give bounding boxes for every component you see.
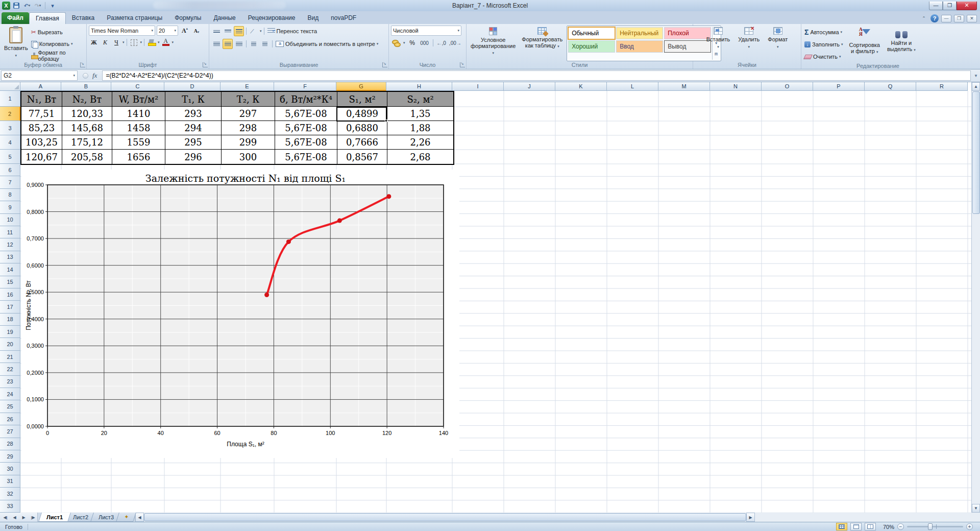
table-cell[interactable]: 297 xyxy=(222,107,275,121)
row-header-33[interactable]: 33 xyxy=(0,500,20,513)
align-left-button[interactable] xyxy=(211,39,222,49)
column-header-H[interactable]: H xyxy=(386,82,452,91)
insert-function-button[interactable]: fx xyxy=(92,71,97,80)
align-middle-button[interactable] xyxy=(223,26,233,36)
row-header-10[interactable]: 10 xyxy=(0,214,20,226)
table-cell[interactable]: 2,26 xyxy=(387,135,453,150)
tab-Вставка[interactable]: Вставка xyxy=(66,12,101,24)
row-header-5[interactable]: 5 xyxy=(0,150,20,164)
row-header-23[interactable]: 23 xyxy=(0,376,20,388)
name-box[interactable]: G2▾ xyxy=(1,70,78,81)
find-select-button[interactable]: Найти ивыделить ▾ xyxy=(885,26,918,62)
italic-button[interactable]: К xyxy=(100,37,110,47)
shrink-font-button[interactable]: A▾ xyxy=(191,26,202,36)
column-header-G[interactable]: G xyxy=(336,82,386,91)
table-cell[interactable]: 1,35 xyxy=(387,107,453,121)
dialog-launcher-icon[interactable] xyxy=(203,62,208,67)
align-center-button[interactable] xyxy=(223,39,233,49)
cell-style-Нейтральный[interactable]: Нейтральный xyxy=(616,27,663,39)
workbook-close-button[interactable]: ✕ xyxy=(967,15,977,22)
tab-Разметка страницы[interactable]: Разметка страницы xyxy=(101,12,168,24)
scroll-up-icon[interactable]: ▲ xyxy=(972,82,980,91)
table-cell[interactable]: 120,33 xyxy=(62,107,112,121)
table-cell[interactable]: 2,68 xyxy=(387,150,453,164)
paste-button[interactable]: Вставить▾ xyxy=(2,26,30,61)
row-header-11[interactable]: 11 xyxy=(0,226,20,238)
table-cell[interactable]: 298 xyxy=(222,121,275,135)
redo-button[interactable]: ↷▾ xyxy=(33,2,42,10)
decrease-decimal-button[interactable]: ,00→ xyxy=(449,38,462,48)
page-layout-view-button[interactable] xyxy=(850,523,862,530)
column-header-C[interactable]: C xyxy=(111,82,164,91)
row-header-8[interactable]: 8 xyxy=(0,189,20,201)
table-cell[interactable]: 296 xyxy=(165,150,222,164)
increase-decimal-button[interactable]: ←,0 xyxy=(436,38,447,48)
cell-style-Хороший[interactable]: Хороший xyxy=(568,40,615,53)
workbook-restore-button[interactable]: ❐ xyxy=(954,15,964,22)
normal-view-button[interactable] xyxy=(836,523,847,530)
column-header-O[interactable]: O xyxy=(762,82,813,91)
row-header-15[interactable]: 15 xyxy=(0,276,20,288)
data-point-marker[interactable] xyxy=(264,293,269,297)
font-color-button[interactable]: А xyxy=(161,37,171,47)
font-size-select[interactable]: 20▾ xyxy=(157,26,178,36)
scroll-down-icon[interactable]: ▼ xyxy=(972,504,980,513)
row-header-20[interactable]: 20 xyxy=(0,338,20,350)
table-cell[interactable]: 294 xyxy=(165,121,222,135)
table-cell[interactable]: 205,58 xyxy=(62,150,112,164)
grow-font-button[interactable]: A▴ xyxy=(180,26,190,36)
save-button[interactable] xyxy=(12,2,21,10)
format-cells-button[interactable]: Формат▾ xyxy=(766,26,790,61)
data-point-marker[interactable] xyxy=(337,219,342,223)
align-top-button[interactable] xyxy=(211,26,222,36)
row-header-24[interactable]: 24 xyxy=(0,388,20,400)
row-header-21[interactable]: 21 xyxy=(0,351,20,363)
workbook-minimize-button[interactable]: — xyxy=(941,15,951,22)
fill-handle[interactable] xyxy=(385,119,387,122)
cut-button[interactable]: ✂Вырезать xyxy=(30,27,84,38)
first-sheet-icon[interactable]: ◀| xyxy=(1,515,10,520)
cell-style-Ввод[interactable]: Ввод xyxy=(616,40,663,53)
collapse-ribbon-icon[interactable]: ⌃ xyxy=(920,15,928,22)
zoom-slider-thumb[interactable] xyxy=(928,523,933,530)
scroll-right-icon[interactable]: ▶ xyxy=(746,513,755,522)
formula-input[interactable]: =(B2*D2^4-A2*E2^4)/(C2*(E2^4-D2^4)) xyxy=(102,70,971,81)
tab-Данные[interactable]: Данные xyxy=(207,12,241,24)
insert-worksheet-tab[interactable]: ✦ xyxy=(116,513,136,522)
minimize-button[interactable]: — xyxy=(929,2,943,10)
row-header-18[interactable]: 18 xyxy=(0,313,20,326)
dialog-launcher-icon[interactable] xyxy=(80,62,85,67)
table-cell[interactable]: 5,67E-08 xyxy=(275,121,337,135)
vertical-scrollbar[interactable]: ▲ ▼ xyxy=(971,82,980,513)
format-painter-button[interactable]: Формат по образцу xyxy=(30,50,84,61)
row-header-14[interactable]: 14 xyxy=(0,263,20,276)
data-point-marker[interactable] xyxy=(286,239,291,244)
row-header-9[interactable]: 9 xyxy=(0,201,20,213)
column-header-N[interactable]: N xyxy=(710,82,762,91)
table-cell[interactable]: 120,67 xyxy=(21,150,62,164)
row-header-19[interactable]: 19 xyxy=(0,326,20,338)
chart-object[interactable]: 0204060801001201400,00000,10000,20000,30… xyxy=(21,170,459,458)
vertical-scroll-thumb[interactable] xyxy=(972,91,980,214)
percent-style-button[interactable]: % xyxy=(407,38,418,48)
row-header-6[interactable]: 6 xyxy=(0,164,20,176)
row-header-2[interactable]: 2 xyxy=(0,107,20,121)
row-header-26[interactable]: 26 xyxy=(0,413,20,425)
column-header-B[interactable]: B xyxy=(61,82,111,91)
column-header-M[interactable]: M xyxy=(658,82,710,91)
tab-Главная[interactable]: Главная xyxy=(29,12,66,24)
table-cell[interactable]: 1559 xyxy=(112,135,165,150)
column-header-K[interactable]: K xyxy=(555,82,607,91)
borders-button[interactable] xyxy=(129,37,139,47)
conditional-formatting-button[interactable]: Условноеформатирование ▾ xyxy=(469,26,518,61)
prev-sheet-icon[interactable]: ◀ xyxy=(10,515,19,520)
bold-button[interactable]: Ж xyxy=(89,37,99,47)
next-sheet-icon[interactable]: ▶ xyxy=(19,515,28,520)
column-header-F[interactable]: F xyxy=(274,82,336,91)
table-cell[interactable]: 300 xyxy=(222,150,275,164)
table-cell[interactable]: 85,23 xyxy=(21,121,62,135)
horizontal-scroll-thumb[interactable] xyxy=(144,513,746,521)
table-cell[interactable]: 5,67E-08 xyxy=(275,150,337,164)
row-header-13[interactable]: 13 xyxy=(0,251,20,263)
row-header-3[interactable]: 3 xyxy=(0,121,20,135)
